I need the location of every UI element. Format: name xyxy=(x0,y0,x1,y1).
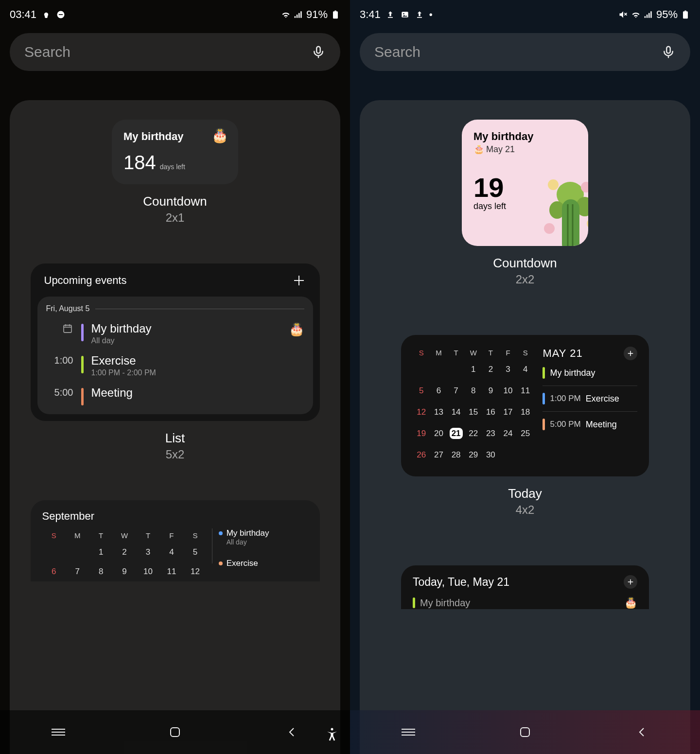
nav-bar xyxy=(0,710,350,754)
event-sub: All day xyxy=(227,538,269,546)
svg-rect-5 xyxy=(334,11,336,12)
day: 15 xyxy=(465,402,482,423)
dow: T xyxy=(136,528,159,543)
today-month-label: MAY 21 xyxy=(542,347,582,360)
more-icon: • xyxy=(429,9,433,20)
day: 17 xyxy=(499,402,517,423)
add-event-button[interactable] xyxy=(624,347,637,360)
countdown-widget-2x2[interactable]: My birthday 🎂May 21 19 days left xyxy=(462,120,588,246)
dow: T xyxy=(447,347,465,359)
day: 1 xyxy=(465,359,482,380)
day: 16 xyxy=(482,402,500,423)
dow: F xyxy=(499,347,517,359)
day: 12 xyxy=(183,562,207,581)
search-bar[interactable]: Search xyxy=(10,33,340,71)
day-today: 21 xyxy=(447,423,465,444)
widget-size: 2x1 xyxy=(166,211,185,225)
widget-size: 5x2 xyxy=(166,448,185,461)
month-header: September xyxy=(42,510,308,523)
back-button[interactable] xyxy=(277,722,306,742)
cake-icon: 🎂 xyxy=(211,127,228,143)
mic-icon[interactable] xyxy=(661,45,676,59)
list-item[interactable]: My birthday All day 🎂 xyxy=(46,322,304,345)
status-time: 03:41 xyxy=(10,8,36,21)
search-bar[interactable]: Search xyxy=(360,33,690,71)
dnd-icon xyxy=(56,10,66,19)
day: 26 xyxy=(413,444,430,466)
today-event[interactable]: 5:00 PM Meeting xyxy=(542,412,637,437)
widget-name: Countdown xyxy=(493,256,557,271)
day: 6 xyxy=(430,380,448,402)
month-widget[interactable]: September S M T W T F S 1 2 xyxy=(31,500,320,581)
status-bar: 3:41 • 95% xyxy=(350,0,700,29)
cake-icon: 🎂 xyxy=(624,596,637,609)
battery-text: 95% xyxy=(656,8,678,21)
event-time: 5:00 xyxy=(46,386,73,398)
dow: M xyxy=(430,347,448,359)
day: 19 xyxy=(413,423,430,444)
add-event-button[interactable] xyxy=(624,575,637,589)
cake-icon: 🎂 xyxy=(473,144,484,154)
dow: S xyxy=(183,528,207,543)
day: 30 xyxy=(482,444,500,466)
countdown-widget-2x1[interactable]: My birthday 🎂 184 days left xyxy=(112,120,238,184)
today-widget[interactable]: S M T W T F S 1 2 3 4 xyxy=(401,335,649,476)
day: 10 xyxy=(136,562,159,581)
day: 3 xyxy=(136,543,159,562)
status-time: 3:41 xyxy=(360,8,381,21)
day: 22 xyxy=(465,423,482,444)
wifi-icon xyxy=(281,10,291,19)
day: 4 xyxy=(517,359,534,380)
day: 23 xyxy=(482,423,500,444)
list-item[interactable]: 5:00 Meeting xyxy=(46,386,304,405)
event-color-bar xyxy=(542,419,545,430)
add-event-button[interactable] xyxy=(292,273,306,288)
day: 25 xyxy=(517,423,534,444)
home-button[interactable] xyxy=(510,722,540,742)
signal-icon xyxy=(644,10,653,19)
svg-rect-17 xyxy=(388,17,393,18)
widget-size: 2x2 xyxy=(516,273,535,286)
event-title: Exercise xyxy=(227,559,258,568)
svg-point-34 xyxy=(544,223,555,234)
dow: M xyxy=(66,528,89,543)
todaylist-event[interactable]: My birthday 🎂 xyxy=(413,596,637,609)
svg-rect-8 xyxy=(64,325,71,333)
today-event[interactable]: My birthday xyxy=(542,360,637,386)
widget-size: 4x2 xyxy=(516,503,535,517)
back-button[interactable] xyxy=(627,722,656,742)
today-event[interactable]: 1:00 PM Exercise xyxy=(542,386,637,412)
search-placeholder: Search xyxy=(24,44,311,60)
event-color-bar xyxy=(81,356,84,373)
event-color-bar xyxy=(542,367,545,379)
event-dot xyxy=(219,561,223,565)
recents-button[interactable] xyxy=(44,722,73,742)
list-item[interactable]: 1:00 Exercise 1:00 PM - 2:00 PM xyxy=(46,354,304,377)
month-event: My birthday All day xyxy=(212,528,308,546)
event-dot xyxy=(219,531,223,535)
accessibility-icon[interactable] xyxy=(325,727,339,743)
mic-icon[interactable] xyxy=(311,45,326,59)
svg-point-1 xyxy=(45,15,48,18)
recents-button[interactable] xyxy=(394,722,423,742)
event-color-bar xyxy=(542,393,545,404)
day: 11 xyxy=(517,380,534,402)
day: 2 xyxy=(482,359,500,380)
widget-name: List xyxy=(165,431,185,446)
event-title: My birthday xyxy=(227,528,269,538)
widget-panel[interactable]: My birthday 🎂 184 days left Countdown 2x… xyxy=(10,100,340,754)
day: 28 xyxy=(447,444,465,466)
todaylist-widget[interactable]: Today, Tue, May 21 My birthday 🎂 xyxy=(401,565,649,609)
event-title: My birthday xyxy=(91,322,281,335)
battery-icon xyxy=(681,10,690,19)
day: 20 xyxy=(430,423,448,444)
widget-panel[interactable]: My birthday 🎂May 21 19 days left Countdo… xyxy=(360,100,690,754)
svg-rect-20 xyxy=(417,17,422,18)
list-widget[interactable]: Upcoming events Fri, August 5 xyxy=(31,263,320,421)
day: 12 xyxy=(413,402,430,423)
upload-icon xyxy=(385,10,395,19)
event-color-bar xyxy=(413,597,415,608)
dow: T xyxy=(482,347,500,359)
day: 5 xyxy=(413,380,430,402)
home-button[interactable] xyxy=(160,722,190,742)
